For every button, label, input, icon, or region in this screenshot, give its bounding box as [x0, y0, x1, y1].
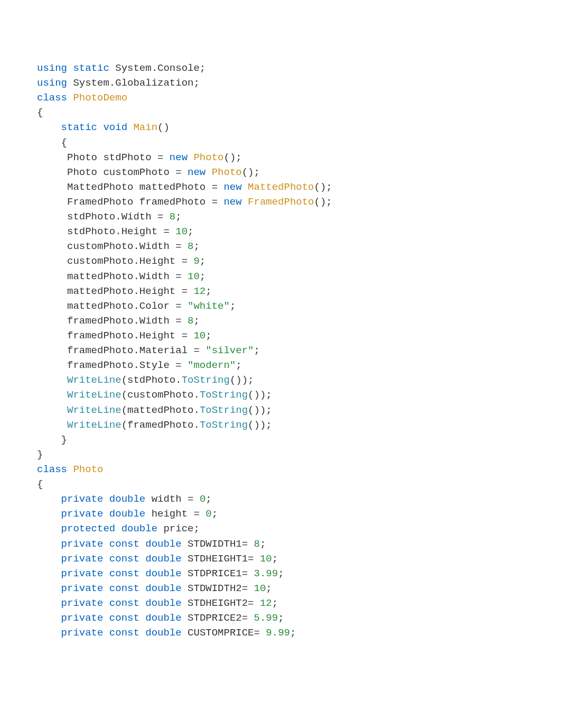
code-token	[139, 568, 145, 579]
code-token: ;	[193, 315, 199, 327]
code-token: }	[37, 434, 67, 446]
code-token: 12	[260, 597, 272, 609]
code-token: 8	[254, 538, 260, 550]
code-line: MattedPhoto mattedPhoto = new MattedPhot…	[37, 180, 524, 195]
code-token: WriteLine	[67, 389, 121, 401]
code-token: price;	[157, 523, 200, 535]
code-token	[37, 568, 61, 579]
code-token	[37, 523, 61, 535]
code-token: private	[61, 568, 104, 579]
code-token: static	[73, 62, 109, 74]
code-token: 0	[205, 508, 211, 520]
code-token: (customPhoto.	[121, 389, 200, 401]
code-token: ;	[290, 627, 296, 639]
code-token: STDWIDTH1=	[182, 538, 254, 550]
code-line: private double width = 0;	[37, 492, 524, 506]
code-line: using System.Globalization;	[37, 76, 524, 90]
code-token: ;	[254, 345, 259, 356]
code-token	[37, 122, 61, 133]
code-token: 5.99	[254, 612, 278, 624]
code-token: PhotoDemo	[73, 92, 127, 104]
code-token: FramedPhoto framedPhoto =	[37, 196, 223, 208]
code-token: 12	[193, 285, 205, 297]
code-token: STDPRICE2=	[182, 612, 254, 624]
code-token: ();	[242, 167, 260, 178]
code-token	[103, 553, 109, 565]
code-token: const	[109, 553, 139, 565]
code-token	[103, 493, 109, 505]
code-line: Photo customPhoto = new Photo();	[37, 165, 524, 180]
code-token: private	[61, 538, 104, 550]
code-token: private	[61, 612, 104, 624]
code-token: const	[109, 597, 139, 609]
code-line: {	[37, 135, 524, 150]
code-token: 8	[170, 211, 175, 223]
code-token: 9	[193, 255, 199, 267]
code-token: double	[109, 508, 145, 520]
code-token: ());	[230, 374, 254, 386]
code-token: framedPhoto.Height =	[37, 330, 193, 342]
code-token: double	[145, 583, 181, 594]
code-token: WriteLine	[67, 404, 121, 416]
code-token: "modern"	[188, 360, 236, 371]
code-token: ;	[212, 508, 218, 520]
code-token	[139, 538, 145, 550]
code-token	[103, 538, 109, 550]
code-token: const	[109, 627, 139, 639]
code-token: ());	[248, 389, 272, 401]
code-token: STDPRICE1=	[182, 568, 254, 579]
code-token	[139, 597, 145, 609]
code-token: new	[188, 167, 205, 178]
code-token	[115, 523, 121, 535]
code-token: width =	[145, 493, 200, 505]
code-token: (stdPhoto.	[121, 374, 182, 386]
code-token: new	[223, 196, 241, 208]
code-line: private const double STDWIDTH2= 10;	[37, 581, 524, 596]
code-token	[103, 627, 109, 639]
code-token: stdPhoto.Height =	[37, 226, 175, 237]
code-token	[37, 612, 61, 624]
code-token: Photo	[212, 167, 242, 178]
code-line: private const double STDWIDTH1= 8;	[37, 537, 524, 551]
code-token	[139, 627, 145, 639]
code-token: STDHEIGHT2=	[182, 597, 260, 609]
code-token: 10	[193, 330, 205, 342]
code-token: {	[37, 137, 67, 149]
code-token: ();	[314, 196, 332, 208]
code-token	[37, 597, 61, 609]
code-token	[103, 508, 109, 520]
code-token: private	[61, 493, 104, 505]
code-token: ;	[188, 226, 193, 237]
code-token: mattedPhoto.Width =	[37, 271, 188, 282]
code-token: STDHEIGHT1=	[182, 553, 260, 565]
code-token: customPhoto.Height =	[37, 255, 193, 267]
code-line: WriteLine(mattedPhoto.ToString());	[37, 403, 524, 418]
code-token: 9.99	[266, 627, 290, 639]
code-token: 10	[254, 583, 266, 594]
code-token	[205, 167, 211, 178]
code-line: private const double CUSTOMPRICE= 9.99;	[37, 625, 524, 640]
code-token: framedPhoto.Width =	[37, 315, 188, 327]
code-token: customPhoto.Width =	[37, 241, 188, 252]
code-token: ToString	[182, 374, 230, 386]
code-token	[67, 464, 73, 475]
code-token: "white"	[188, 300, 230, 312]
code-token: ;	[272, 597, 278, 609]
code-token: const	[109, 583, 139, 594]
code-token: mattedPhoto.Color =	[37, 300, 188, 312]
code-line: private double height = 0;	[37, 506, 524, 521]
code-token: ;	[205, 330, 211, 342]
code-token: MattedPhoto mattedPhoto =	[37, 181, 223, 193]
code-token: const	[109, 612, 139, 624]
code-token: mattedPhoto.Height =	[37, 285, 193, 297]
code-line: static void Main()	[37, 120, 524, 135]
code-token: FramedPhoto	[248, 196, 314, 208]
code-token	[97, 122, 103, 133]
code-token	[37, 553, 61, 565]
code-token: (mattedPhoto.	[121, 404, 200, 416]
code-token	[103, 612, 109, 624]
code-token: {	[37, 107, 43, 118]
code-line: FramedPhoto framedPhoto = new FramedPhot…	[37, 195, 524, 209]
code-token: private	[61, 508, 104, 520]
code-token: double	[145, 627, 181, 639]
